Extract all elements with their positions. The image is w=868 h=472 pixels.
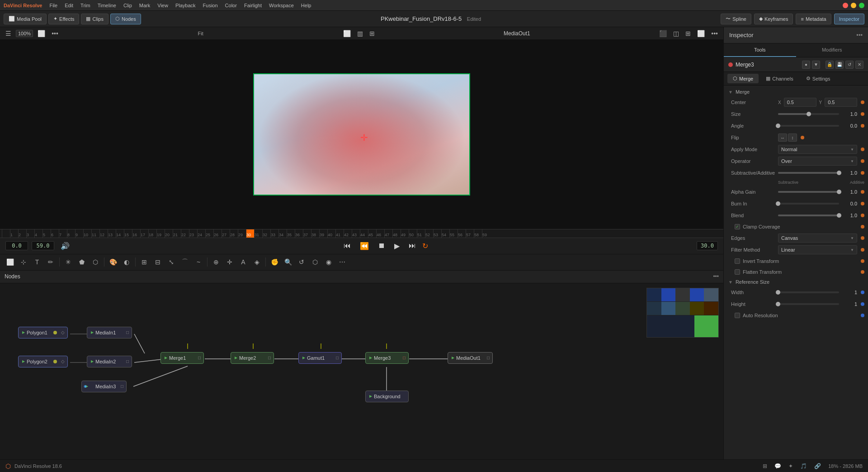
tool-paint[interactable]: ✏ <box>44 256 57 268</box>
filter-method-dropdown[interactable]: Linear <box>778 245 857 254</box>
menu-workspace[interactable]: Workspace <box>269 3 294 8</box>
nodes-more-button[interactable]: ••• <box>713 273 719 280</box>
tool-particle[interactable]: ✳ <box>62 256 75 268</box>
viewer-fullscreen-button[interactable]: ⬜ <box>341 29 353 38</box>
tool-remove-node[interactable]: ⊟ <box>151 256 164 268</box>
inspector-more-button[interactable]: ••• <box>856 32 863 38</box>
spline-button[interactable]: 〜 Spline <box>721 14 751 24</box>
media-pool-button[interactable]: ⬜ Media Pool <box>4 14 47 24</box>
section-tab-settings[interactable]: ⚙ Settings <box>801 74 836 83</box>
alpha-gain-thumb[interactable] <box>837 190 841 194</box>
viewer-aspect-button[interactable]: ▥ <box>355 29 365 38</box>
burn-in-thumb[interactable] <box>776 201 780 206</box>
step-back-button[interactable]: ⏪ <box>357 241 372 251</box>
tab-modifiers[interactable]: Modifiers <box>796 43 868 57</box>
node-circle-button[interactable]: ● <box>802 61 810 69</box>
node-gamut1[interactable]: Gamut1 □ <box>298 352 342 364</box>
node-mediain2[interactable]: MediaIn2 □ <box>87 356 132 367</box>
skip-to-start-button[interactable]: ⏮ <box>341 241 354 251</box>
viewer-zoom-button[interactable]: ⬜ <box>695 29 707 38</box>
tool-bspline[interactable]: ~ <box>192 256 205 268</box>
blend-slider[interactable]: 1.0 <box>778 211 857 220</box>
menu-timeline[interactable]: Timeline <box>98 3 116 8</box>
node-save-button[interactable]: 💾 <box>835 61 844 69</box>
menu-fairlight[interactable]: Fairlight <box>244 3 262 8</box>
status-icon-2[interactable]: 💬 <box>774 463 781 469</box>
loop-button[interactable]: ↻ <box>422 242 428 250</box>
node-polygon2[interactable]: Polygon2 ◇ <box>18 356 68 367</box>
clips-button[interactable]: ▦ Clips <box>81 14 108 24</box>
flip-h-button[interactable]: ↔ <box>778 133 787 142</box>
menu-edit[interactable]: Edit <box>65 3 73 8</box>
flatten-transform-checkbox[interactable] <box>735 269 740 275</box>
tool-bezier[interactable]: ⌒ <box>179 256 191 268</box>
tool-transform[interactable]: ⊹ <box>17 256 30 268</box>
tool-extra[interactable]: ⋯ <box>336 256 349 268</box>
node-lock-button[interactable]: 🔒 <box>826 61 834 69</box>
status-icon-1[interactable]: ⊞ <box>763 463 767 469</box>
angle-slider-thumb[interactable] <box>776 124 780 128</box>
auto-resolution-checkbox[interactable] <box>735 313 740 318</box>
keyframes-button[interactable]: ◆ Keyframes <box>754 14 793 24</box>
fit-label[interactable]: Fit <box>63 31 339 36</box>
center-x-field[interactable]: 0.5 <box>784 98 816 107</box>
tool-text[interactable]: T <box>31 256 43 268</box>
maximize-button[interactable] <box>859 3 864 8</box>
status-icon-5[interactable]: 🔗 <box>814 463 821 469</box>
tab-tools[interactable]: Tools <box>724 43 796 57</box>
node-mediain1[interactable]: MediaIn1 □ <box>87 327 132 339</box>
sub-slider-container[interactable]: 1.0 <box>778 168 857 177</box>
menu-help[interactable]: Help <box>301 3 311 8</box>
menu-mark[interactable]: Mark <box>139 3 150 8</box>
node-merge2[interactable]: Merge2 □ <box>231 352 274 364</box>
tool-text2[interactable]: A <box>237 256 250 268</box>
node-mediaout1[interactable]: MediaOut1 □ <box>448 352 493 364</box>
operator-dropdown[interactable]: Over <box>778 157 857 166</box>
status-icon-3[interactable]: ✦ <box>788 463 793 469</box>
menu-view[interactable]: View <box>157 3 168 8</box>
effects-button[interactable]: ✦ Effects <box>48 14 79 24</box>
nodes-button[interactable]: ⬡ Nodes <box>110 14 141 24</box>
flip-v-button[interactable]: ↕ <box>788 133 797 142</box>
tool-add-node[interactable]: ⊞ <box>138 256 151 268</box>
node-mediain3[interactable]: ◉ MediaIn3 □ <box>81 381 127 392</box>
viewer-extra-button[interactable]: ••• <box>709 29 720 38</box>
alpha-gain-slider[interactable]: 1.0 <box>778 187 857 196</box>
tool-rotate[interactable]: ↺ <box>295 256 308 268</box>
height-slider[interactable]: 1 <box>778 300 857 309</box>
menu-file[interactable]: File <box>49 3 57 8</box>
tool-tracker[interactable]: ⊕ <box>210 256 222 268</box>
apply-mode-dropdown[interactable]: Normal <box>778 145 857 154</box>
skip-to-end-button[interactable]: ⏭ <box>406 241 419 251</box>
viewer-menu-button[interactable]: ☰ <box>4 29 13 38</box>
sub-slider-thumb[interactable] <box>837 171 841 175</box>
stop-button[interactable]: ⏹ <box>375 241 388 251</box>
metadata-button[interactable]: ≡ Metadata <box>796 14 831 24</box>
menu-fusion[interactable]: Fusion <box>203 3 218 8</box>
section-tab-channels[interactable]: ▦ Channels <box>760 74 798 83</box>
viewer-label-options[interactable]: ⬛ <box>657 29 669 38</box>
ref-size-section-header[interactable]: ▼ Reference Size <box>724 277 868 286</box>
invert-transform-checkbox[interactable] <box>735 258 740 264</box>
status-icon-4[interactable]: 🎵 <box>800 463 807 469</box>
inspector-button[interactable]: Inspector <box>834 14 864 24</box>
play-button[interactable]: ▶ <box>392 241 402 251</box>
viewer-grid-button[interactable]: ⊞ <box>368 29 377 38</box>
blend-thumb[interactable] <box>837 213 841 218</box>
width-thumb[interactable] <box>776 290 780 295</box>
size-slider-thumb[interactable] <box>807 112 811 116</box>
tool-select[interactable]: ⬜ <box>4 256 16 268</box>
width-slider[interactable]: 1 <box>778 288 857 297</box>
merge-section-header[interactable]: ▼ Merge <box>724 87 868 96</box>
minimize-button[interactable] <box>851 3 856 8</box>
tool-mask[interactable]: ⬟ <box>75 256 88 268</box>
viewer-pip-button[interactable]: ◫ <box>671 29 681 38</box>
menu-clip[interactable]: Clip <box>123 3 132 8</box>
tool-3d[interactable]: ◈ <box>250 256 263 268</box>
section-tab-merge[interactable]: ⬡ Merge <box>727 74 759 83</box>
viewer-safe-zones-button[interactable]: ⊞ <box>684 29 693 38</box>
tool-connect[interactable]: ⤡ <box>165 256 178 268</box>
nodes-canvas[interactable]: Polygon1 ◇ MediaIn1 □ Polygon2 ◇ M <box>0 283 723 460</box>
height-thumb[interactable] <box>776 302 780 306</box>
tool-cube[interactable]: ⬡ <box>309 256 321 268</box>
